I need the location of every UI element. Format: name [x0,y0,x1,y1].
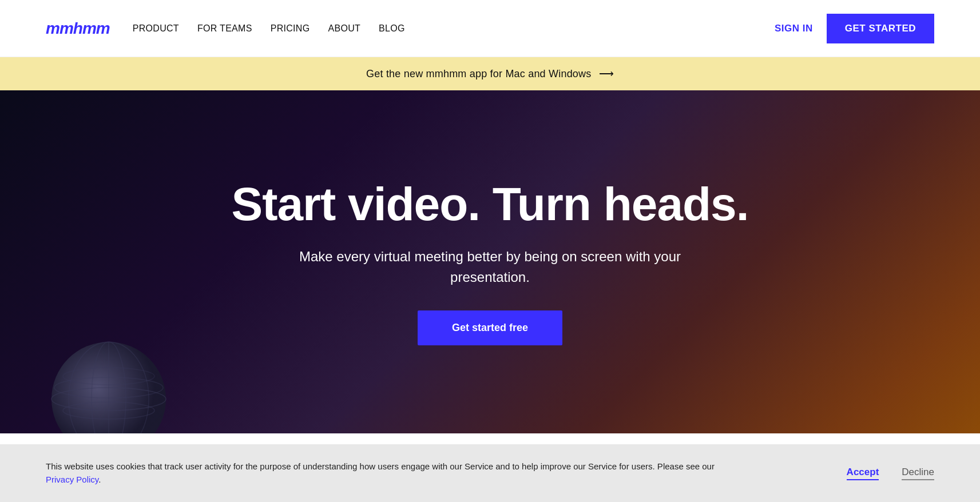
nav-links: PRODUCT FOR TEAMS PRICING ABOUT BLOG [133,23,405,34]
nav-link-product[interactable]: PRODUCT [133,23,179,33]
banner-arrow: ⟶ [599,68,614,79]
cookie-decline-button[interactable]: Decline [902,467,934,480]
hero-title: Start video. Turn heads. [232,178,749,230]
nav-item-product[interactable]: PRODUCT [133,23,179,34]
cookie-text-end: . [98,475,101,484]
nav-link-about[interactable]: ABOUT [328,23,360,33]
hero-section: Start video. Turn heads. Make every virt… [0,90,980,433]
announcement-banner[interactable]: Get the new mmhmm app for Mac and Window… [0,57,980,90]
cookie-banner: This website uses cookies that track use… [0,444,980,502]
cookie-accept-button[interactable]: Accept [847,467,879,480]
get-started-button[interactable]: GET STARTED [827,14,934,43]
cookie-actions: Accept Decline [847,467,934,480]
cookie-text-main: This website uses cookies that track use… [46,461,715,471]
hero-subtitle: Make every virtual meeting better by bei… [290,246,691,288]
nav-link-for-teams[interactable]: FOR TEAMS [197,23,252,33]
hero-cta-button[interactable]: Get started free [418,310,562,345]
nav-item-blog[interactable]: BLOG [379,23,405,34]
cookie-text: This website uses cookies that track use… [46,460,732,486]
navbar-left: mmhmm PRODUCT FOR TEAMS PRICING ABOUT BL… [46,19,405,38]
nav-item-about[interactable]: ABOUT [328,23,360,34]
navbar: mmhmm PRODUCT FOR TEAMS PRICING ABOUT BL… [0,0,980,57]
logo[interactable]: mmhmm [46,19,110,38]
nav-item-for-teams[interactable]: FOR TEAMS [197,23,252,34]
privacy-policy-link[interactable]: Privacy Policy [46,475,98,484]
banner-text: Get the new mmhmm app for Mac and Window… [366,68,591,79]
nav-link-pricing[interactable]: PRICING [271,23,310,33]
nav-item-pricing[interactable]: PRICING [271,23,310,34]
sign-in-button[interactable]: SIGN IN [775,23,813,34]
navbar-right: SIGN IN GET STARTED [775,14,934,43]
nav-link-blog[interactable]: BLOG [379,23,405,33]
hero-globe-decoration [46,308,172,433]
